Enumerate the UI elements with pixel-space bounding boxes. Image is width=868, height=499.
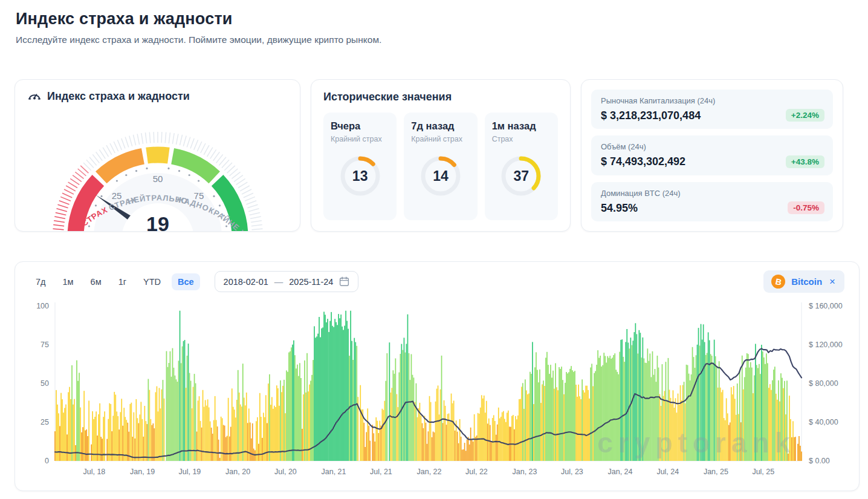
- stat-label: Рыночная Капитализация (24ч): [601, 96, 823, 105]
- date-range-picker[interactable]: 2018-02-01 — 2025-11-24: [215, 271, 359, 292]
- stat-row-1: Объём (24ч)$ 74,493,302,492+43.8%: [591, 135, 833, 175]
- svg-text:$ 120,000: $ 120,000: [809, 341, 843, 349]
- svg-text:Jan, 21: Jan, 21: [321, 468, 346, 476]
- chart-card: 7д1м6м1гYTDВсе 2018-02-01 — 2025-11-24 B…: [15, 261, 860, 491]
- svg-text:$ 40,000: $ 40,000: [809, 418, 838, 426]
- stat-row-0: Рыночная Капитализация (24ч)$ 3,218,231,…: [591, 90, 833, 129]
- market-stats-card: Рыночная Капитализация (24ч)$ 3,218,231,…: [581, 79, 843, 232]
- page-subtitle: Исследуйте индекс страха и жадности. Пой…: [16, 34, 853, 45]
- page-title: Индекс страха и жадности: [16, 10, 853, 28]
- range-button-7д[interactable]: 7д: [30, 273, 52, 290]
- fear-greed-gauge: 025507510019КРАЙНИЙ СТРАХСТРАХНЕЙТРАЛЬНО…: [25, 106, 291, 232]
- calendar-icon[interactable]: [339, 276, 349, 287]
- svg-text:Jan, 25: Jan, 25: [704, 468, 728, 476]
- stat-label: Доминация BTC (24ч): [601, 189, 823, 198]
- svg-text:0: 0: [45, 457, 49, 465]
- svg-text:$ 0.00: $ 0.00: [809, 457, 830, 465]
- gauge-value: 19: [146, 212, 169, 232]
- svg-text:Jan, 20: Jan, 20: [225, 468, 250, 476]
- svg-text:$ 160,000: $ 160,000: [809, 302, 843, 310]
- historical-tile-value: 14: [418, 153, 464, 199]
- historical-tile-ring: 13: [337, 153, 383, 199]
- page-header: Индекс страха и жадности Исследуйте инде…: [0, 0, 868, 45]
- bitcoin-chip-label: Bitcoin: [791, 276, 822, 287]
- range-button-1г[interactable]: 1г: [112, 273, 132, 290]
- historical-tile-label: 7д назад: [411, 120, 470, 132]
- svg-text:25: 25: [40, 418, 49, 426]
- svg-text:50: 50: [152, 174, 163, 184]
- svg-text:Jul, 20: Jul, 20: [274, 468, 297, 476]
- historical-tile-sublabel: Крайний страх: [331, 135, 389, 143]
- svg-text:Jul, 21: Jul, 21: [370, 468, 392, 476]
- historical-tile-ring: 14: [418, 153, 464, 199]
- gauge-card-header: Индекс страха и жадности: [27, 90, 288, 103]
- historical-tile-sublabel: Страх: [492, 135, 551, 143]
- svg-text:Jul, 18: Jul, 18: [83, 468, 105, 476]
- historical-tiles: ВчераКрайний страх137д назадКрайний стра…: [323, 113, 558, 220]
- historical-tile-1: 7д назадКрайний страх14: [404, 113, 477, 220]
- close-icon[interactable]: ×: [828, 276, 837, 287]
- svg-text:Jul, 23: Jul, 23: [561, 468, 583, 476]
- svg-text:$ 80,000: $ 80,000: [809, 379, 838, 388]
- historical-tile-value: 37: [498, 153, 544, 199]
- stat-row-2: Доминация BTC (24ч)54.95%-0.75%: [591, 182, 833, 221]
- gauge-card: Индекс страха и жадности 025507510019КРА…: [15, 79, 300, 232]
- chart-controls: 7д1м6м1гYTDВсе 2018-02-01 — 2025-11-24 B…: [30, 270, 844, 293]
- svg-text:75: 75: [40, 341, 49, 349]
- historical-tile-value: 13: [337, 153, 383, 199]
- svg-text:Jan, 23: Jan, 23: [512, 468, 537, 476]
- btc-icon: B: [771, 275, 785, 289]
- svg-text:Jul, 22: Jul, 22: [465, 468, 488, 476]
- svg-text:Jul, 19: Jul, 19: [178, 468, 201, 476]
- historical-tile-2: 1м назадСтрах37: [485, 113, 558, 220]
- gauge-icon: [27, 90, 42, 103]
- watermark: cryptorank: [597, 427, 795, 458]
- historical-card: Исторические значения ВчераКрайний страх…: [311, 79, 571, 232]
- svg-text:Jan, 19: Jan, 19: [130, 468, 155, 476]
- stat-label: Объём (24ч): [601, 142, 823, 151]
- svg-text:Jul, 25: Jul, 25: [752, 468, 774, 476]
- historical-tile-sublabel: Крайний страх: [411, 135, 470, 143]
- date-range-end: 2025-11-24: [289, 277, 333, 287]
- historical-tile-ring: 37: [498, 153, 544, 199]
- historical-tile-label: Вчера: [331, 120, 389, 132]
- range-buttons: 7д1м6м1гYTDВсе: [30, 273, 200, 290]
- historical-title: Исторические значения: [323, 91, 558, 103]
- range-button-Все[interactable]: Все: [172, 273, 200, 290]
- date-range-dash: —: [274, 277, 283, 287]
- svg-text:Jul, 24: Jul, 24: [656, 468, 679, 476]
- range-button-6м[interactable]: 6м: [85, 273, 108, 290]
- historical-tile-label: 1м назад: [492, 120, 551, 132]
- gauge-card-title: Индекс страха и жадности: [47, 90, 190, 103]
- bitcoin-chip[interactable]: B Bitcoin ×: [763, 270, 844, 293]
- svg-text:100: 100: [36, 302, 49, 310]
- top-cards-row: Индекс страха и жадности 025507510019КРА…: [15, 79, 843, 232]
- date-range-start: 2018-02-01: [224, 277, 268, 287]
- svg-text:Jan, 24: Jan, 24: [607, 468, 632, 476]
- svg-text:50: 50: [40, 379, 49, 388]
- svg-text:Jan, 22: Jan, 22: [416, 468, 441, 476]
- range-button-YTD[interactable]: YTD: [137, 273, 167, 290]
- fear-greed-chart[interactable]: 100$ 160,00075$ 120,00050$ 80,00025$ 40,…: [30, 298, 844, 483]
- stat-change-badge: +43.8%: [786, 155, 824, 168]
- fear-greed-page: Индекс страха и жадности Исследуйте инде…: [0, 0, 868, 499]
- historical-tile-0: ВчераКрайний страх13: [323, 113, 397, 220]
- stat-change-badge: -0.75%: [788, 201, 824, 214]
- stat-change-badge: +2.24%: [786, 109, 824, 122]
- range-button-1м[interactable]: 1м: [57, 273, 80, 290]
